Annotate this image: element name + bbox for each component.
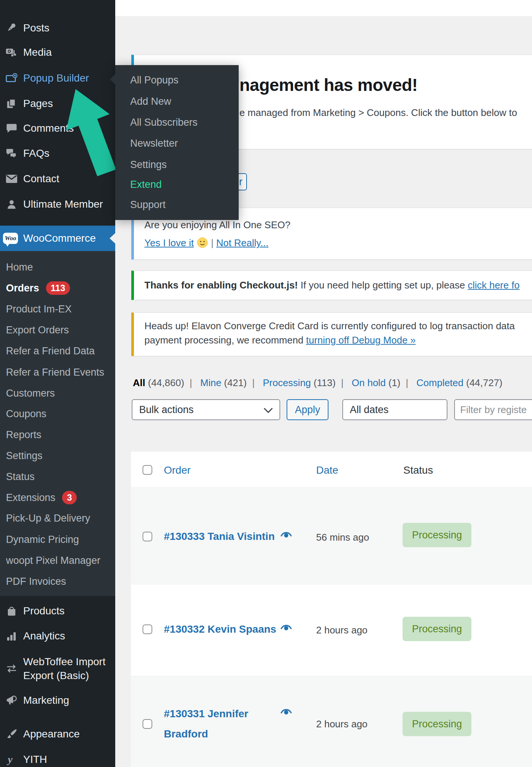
camera-icon [0, 47, 23, 58]
status-badge: Processing [403, 523, 471, 547]
order-link-line2[interactable]: Bradford [164, 728, 208, 740]
sidebar-item-webtoffee[interactable]: WebToffee ImportExport (Basic) [0, 651, 115, 686]
sidebar-item-posts[interactable]: Posts [0, 18, 115, 39]
checkout-help-link[interactable]: click here fo [468, 279, 520, 291]
sidebar-item-customers[interactable]: Customers [6, 384, 115, 402]
flyout-item-extend[interactable]: Extend [130, 175, 162, 193]
column-header-date[interactable]: Date [316, 464, 338, 476]
pages-icon [0, 98, 23, 109]
sidebar-item-appearance[interactable]: Appearance [0, 724, 115, 745]
elavon-line1: Heads up! Elavon Converge Credit Card is… [144, 320, 515, 332]
popup-builder-icon [0, 73, 23, 84]
user-icon [0, 199, 23, 210]
svg-text:y: y [7, 754, 13, 765]
flyout-item-support[interactable]: Support [130, 196, 166, 214]
debug-mode-link[interactable]: turning off Debug Mode » [306, 334, 416, 346]
comment-icon [0, 123, 23, 134]
select-all-checkbox[interactable] [143, 465, 152, 475]
all-dates-select[interactable]: All dates [342, 399, 447, 420]
column-header-status: Status [403, 464, 433, 476]
sidebar-item-dynamic-pricing[interactable]: Dynamic Pricing [6, 531, 115, 548]
sidebar-item-product-im-ex[interactable]: Product Im-EX [6, 300, 115, 318]
megaphone-icon [0, 695, 23, 706]
orders-count-badge: 113 [46, 281, 70, 295]
sidebar-item-faqs[interactable]: FAQs [0, 143, 115, 164]
extensions-count-badge: 3 [62, 491, 77, 504]
sidebar-item-woopt-pixel-manager[interactable]: woopt Pixel Manager [6, 551, 115, 569]
elavon-line2: payment processing, we recommend turning… [144, 334, 416, 346]
sidebar-item-products[interactable]: Products [0, 601, 115, 621]
column-header-order[interactable]: Order [164, 464, 191, 476]
sidebar-item-settings[interactable]: Settings [6, 447, 115, 465]
filter-processing[interactable]: Processing [263, 377, 311, 388]
row-checkbox[interactable] [143, 532, 152, 541]
filter-completed[interactable]: Completed [416, 377, 464, 388]
order-date: 56 mins ago [316, 532, 369, 543]
flyout-item-settings[interactable]: Settings [130, 156, 167, 174]
row-checkbox[interactable] [143, 624, 152, 634]
row-checkbox[interactable] [143, 719, 152, 729]
sidebar-item-media[interactable]: Media [0, 42, 115, 63]
sidebar-item-refer-friend-events[interactable]: Refer a Friend Events [6, 363, 115, 381]
yith-y-icon: y [0, 754, 23, 765]
sidebar-item-extensions[interactable]: Extensions3 [6, 489, 115, 507]
shopping-bag-icon [0, 606, 23, 616]
active-item-notch [110, 233, 115, 244]
envelope-icon [0, 174, 23, 183]
sidebar-item-pickup-delivery[interactable]: Pick-Up & Delivery [6, 509, 115, 527]
woocommerce-orders-page: nagement has moved! e managed from Marke… [0, 0, 532, 767]
order-link[interactable]: #130332 Kevin Spaans [164, 623, 276, 635]
filter-all[interactable]: All [133, 377, 145, 388]
sidebar-item-pdf-invoices[interactable]: PDF Invoices [6, 572, 115, 590]
brush-icon [0, 729, 23, 739]
bulk-actions-select[interactable]: Bulk actions [132, 399, 280, 420]
preview-eye-icon[interactable] [281, 624, 292, 633]
apply-button[interactable]: Apply [287, 399, 328, 420]
chat-bubbles-icon [0, 148, 23, 159]
status-badge: Processing [403, 712, 471, 736]
checkout-notice-text: Thanks for enabling Checkout.js! If you … [144, 279, 520, 291]
sidebar-item-coupons[interactable]: Coupons [6, 405, 115, 423]
sidebar-item-woocommerce[interactable]: Woo WooCommerce [0, 226, 115, 251]
woocommerce-icon: Woo [3, 233, 18, 244]
preview-eye-icon[interactable] [281, 531, 292, 541]
sidebar-item-refer-friend-data[interactable]: Refer a Friend Data [6, 342, 115, 360]
sidebar-item-home[interactable]: Home [6, 258, 115, 276]
sidebar-item-popup-builder[interactable]: Popup Builder [0, 68, 115, 89]
order-link[interactable]: #130333 Tania Visintin [164, 531, 275, 543]
aioseo-yes-link[interactable]: Yes I love it [144, 237, 194, 248]
sidebar-item-analytics[interactable]: Analytics [0, 626, 115, 647]
filter-on-hold[interactable]: On hold [352, 377, 386, 388]
bar-chart-icon [0, 631, 23, 641]
admin-sidebar: Posts Media Popup Builder Pages Comments… [0, 0, 115, 767]
sidebar-item-pages[interactable]: Pages [0, 93, 115, 114]
order-status-filters: All (44,860) | Mine (421) | Processing (… [133, 377, 502, 389]
order-link[interactable]: #130331 Jennifer [164, 708, 248, 720]
top-white-strip [115, 0, 532, 16]
flyout-item-all-subscribers[interactable]: All Subscribers [130, 113, 198, 131]
moved-notice-heading: nagement has moved! [239, 75, 418, 95]
sidebar-item-ultimate-member[interactable]: Ultimate Member [0, 194, 115, 215]
sidebar-item-marketing[interactable]: Marketing [0, 690, 115, 711]
aioseo-no-link[interactable]: Not Really... [216, 237, 269, 248]
sidebar-item-reports[interactable]: Reports [6, 426, 115, 444]
order-date: 2 hours ago [316, 718, 367, 730]
flyout-item-newsletter[interactable]: Newsletter [130, 134, 178, 152]
filter-mine[interactable]: Mine [200, 377, 221, 388]
flyout-notch [110, 74, 115, 85]
sidebar-item-export-orders[interactable]: Export Orders [6, 321, 115, 339]
filter-customer-input[interactable] [454, 399, 532, 420]
pushpin-icon [0, 22, 23, 34]
flyout-item-all-popups[interactable]: All Popups [130, 71, 178, 89]
flyout-item-add-new[interactable]: Add New [130, 92, 171, 110]
sidebar-item-comments[interactable]: Comments [0, 118, 115, 139]
sidebar-item-orders[interactable]: Orders113 [6, 279, 115, 297]
sidebar-item-status[interactable]: Status [6, 468, 115, 486]
chevron-down-icon [264, 404, 273, 416]
preview-eye-icon[interactable] [281, 708, 292, 718]
status-badge: Processing [403, 617, 471, 641]
sidebar-item-yith[interactable]: y YITH [0, 749, 115, 767]
sidebar-item-contact[interactable]: Contact [0, 168, 115, 189]
popup-builder-flyout: All Popups Add New All Subscribers Newsl… [115, 65, 239, 220]
aioseo-question: Are you enjoying All In One SEO? [144, 219, 290, 231]
